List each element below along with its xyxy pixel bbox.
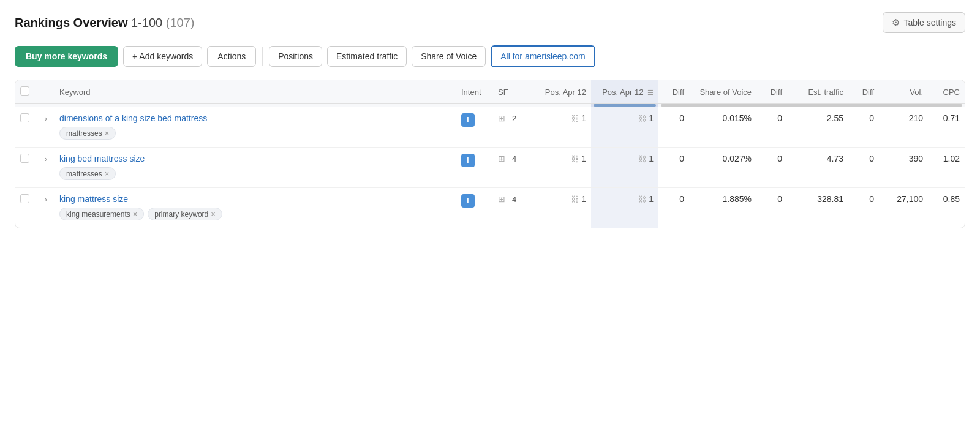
filter-all-for-site-button[interactable]: All for amerisleep.com	[491, 45, 595, 67]
col-header-vol: Vol.	[879, 80, 928, 104]
row3-check-cell	[15, 188, 37, 228]
row2-checkbox[interactable]	[20, 154, 29, 163]
row2-check-cell	[15, 148, 37, 188]
row1-vol-cell: 210	[879, 107, 928, 148]
row1-sf-num: 2	[508, 114, 516, 123]
col-header-pos2[interactable]: Pos. Apr 12 ☰	[591, 80, 658, 104]
row1-check-cell	[15, 107, 37, 148]
row3-tag-2: primary keyword ×	[148, 208, 222, 220]
row3-pos1-link-icon: ⛓	[571, 195, 579, 204]
filter-positions-button[interactable]: Positions	[269, 46, 322, 67]
row1-tag-1: mattresses ×	[59, 127, 116, 140]
row1-diff2-cell: 0	[756, 107, 787, 148]
row3-checkbox[interactable]	[20, 194, 29, 203]
row3-expand-cell: ›	[37, 188, 55, 228]
row1-intent-badge: I	[461, 113, 475, 127]
row2-screenshot-icon: ⊞	[498, 154, 505, 163]
row3-tag-1: king measurements ×	[59, 208, 144, 220]
row3-sf-cell: ⊞ 4	[493, 188, 536, 228]
row3-tags: king measurements × primary keyword ×	[59, 206, 451, 222]
row1-expand-button[interactable]: ›	[42, 113, 50, 124]
row2-keyword-cell: king bed mattress size mattresses ×	[55, 148, 456, 188]
row2-tag-1-remove[interactable]: ×	[105, 169, 110, 178]
add-keywords-button[interactable]: + Add keywords	[123, 46, 202, 67]
select-all-checkbox[interactable]	[20, 86, 29, 96]
row2-intent-cell: I	[456, 148, 493, 188]
toolbar-divider	[262, 47, 263, 66]
row1-sov-cell: 0.015%	[689, 107, 756, 148]
row2-sf-cell: ⊞ 4	[493, 148, 536, 188]
row1-cpc-cell: 0.71	[928, 107, 965, 148]
row3-traffic-cell: 328.81	[787, 188, 848, 228]
table-row: › dimensions of a king size bed mattress…	[15, 107, 965, 148]
row2-sov-cell: 0.027%	[689, 148, 756, 188]
row2-intent-badge: I	[461, 154, 475, 167]
row3-pos2-cell: ⛓ 1	[591, 188, 658, 228]
page-title: Rankings Overview 1-100 (107)	[15, 16, 195, 30]
row2-pos2-cell: ⛓ 1	[591, 148, 658, 188]
row1-diff1-cell: 0	[658, 107, 689, 148]
row1-sf-cell: ⊞ 2	[493, 107, 536, 148]
row2-tags: mattresses ×	[59, 166, 451, 181]
row2-diff1-cell: 0	[658, 148, 689, 188]
row2-tag-1: mattresses ×	[59, 167, 116, 180]
row3-keyword-link[interactable]: king mattress size	[59, 194, 451, 204]
row2-expand-button[interactable]: ›	[42, 154, 50, 165]
row2-diff2-cell: 0	[756, 148, 787, 188]
row3-pos2-link-icon: ⛓	[638, 195, 646, 204]
col-header-sf: SF	[493, 80, 536, 104]
col-header-sov: Share of Voice	[689, 80, 756, 104]
row3-diff3-cell: 0	[848, 188, 879, 228]
row2-pos1-cell: ⛓ 1	[536, 148, 591, 188]
row2-pos1-link-icon: ⛓	[571, 154, 579, 163]
row3-diff1-cell: 0	[658, 188, 689, 228]
col-header-diff3: Diff	[848, 80, 879, 104]
row2-diff3-cell: 0	[848, 148, 879, 188]
row1-tags: mattresses ×	[59, 126, 451, 141]
row3-expand-button[interactable]: ›	[42, 194, 50, 205]
col-header-intent: Intent	[456, 80, 493, 104]
sort-icon: ☰	[647, 89, 654, 96]
col-header-expand	[37, 80, 55, 104]
row3-tag-2-remove[interactable]: ×	[211, 209, 216, 219]
row3-tag-1-remove[interactable]: ×	[133, 209, 138, 219]
row2-pos2-link-icon: ⛓	[638, 154, 646, 163]
rankings-table: Keyword Intent SF Pos. Apr 12 Pos. Apr 1…	[15, 80, 965, 228]
buy-keywords-button[interactable]: Buy more keywords	[15, 46, 118, 67]
table-row: › king mattress size king measurements ×…	[15, 188, 965, 228]
row3-vol-cell: 27,100	[879, 188, 928, 228]
row2-cpc-cell: 1.02	[928, 148, 965, 188]
toolbar: Buy more keywords + Add keywords Actions…	[15, 45, 965, 67]
col-header-keyword: Keyword	[55, 80, 456, 104]
row1-checkbox[interactable]	[20, 113, 29, 122]
row1-tag-1-remove[interactable]: ×	[105, 129, 110, 138]
row1-pos1-cell: ⛓ 1	[536, 107, 591, 148]
row2-expand-cell: ›	[37, 148, 55, 188]
row3-intent-cell: I	[456, 188, 493, 228]
row3-cpc-cell: 0.85	[928, 188, 965, 228]
gear-icon: ⚙	[892, 17, 900, 28]
col-header-pos1: Pos. Apr 12	[536, 80, 591, 104]
row2-traffic-cell: 4.73	[787, 148, 848, 188]
row3-screenshot-icon: ⊞	[498, 194, 505, 204]
row1-screenshot-icon: ⊞	[498, 113, 505, 123]
row3-sf-num: 4	[508, 195, 516, 204]
row1-pos1-link-icon: ⛓	[571, 114, 579, 123]
table-row: › king bed mattress size mattresses × I	[15, 148, 965, 188]
row3-diff2-cell: 0	[756, 188, 787, 228]
row1-keyword-cell: dimensions of a king size bed mattress m…	[55, 107, 456, 148]
col-header-check	[15, 80, 37, 104]
row1-expand-cell: ›	[37, 107, 55, 148]
row3-intent-badge: I	[461, 194, 475, 208]
actions-button[interactable]: Actions	[207, 46, 256, 67]
filter-share-of-voice-button[interactable]: Share of Voice	[412, 46, 486, 67]
table-settings-button[interactable]: ⚙ Table settings	[883, 12, 965, 33]
filter-estimated-traffic-button[interactable]: Estimated traffic	[327, 46, 407, 67]
col-header-diff2: Diff	[756, 80, 787, 104]
col-header-cpc: CPC	[928, 80, 965, 104]
row1-keyword-link[interactable]: dimensions of a king size bed mattress	[59, 113, 451, 123]
row3-sov-cell: 1.885%	[689, 188, 756, 228]
row2-keyword-link[interactable]: king bed mattress size	[59, 154, 451, 163]
row3-pos1-cell: ⛓ 1	[536, 188, 591, 228]
col-header-traffic: Est. traffic	[787, 80, 848, 104]
